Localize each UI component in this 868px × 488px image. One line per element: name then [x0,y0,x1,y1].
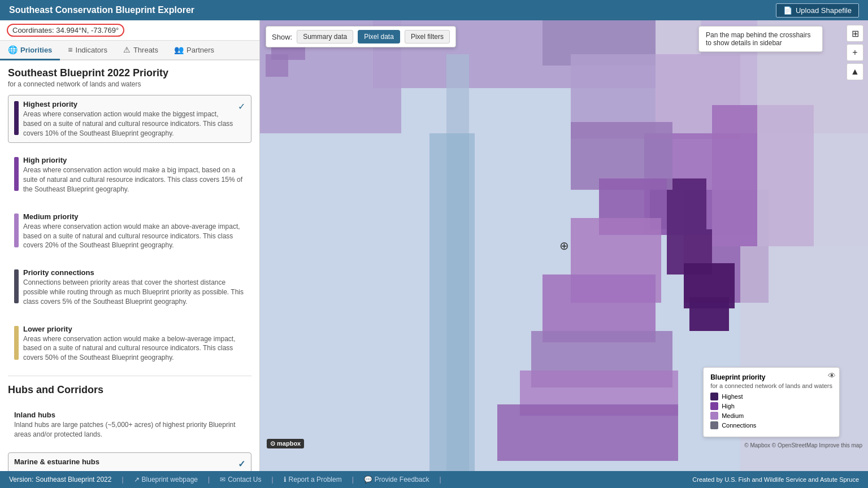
legend-subtitle: for a connected network of lands and wat… [710,382,832,389]
svg-rect-21 [497,404,678,461]
priorities-icon: 🌐 [8,45,18,54]
tab-priorities[interactable]: 🌐 Priorities [0,41,60,60]
check-icon: ✓ [238,100,245,112]
svg-rect-12 [689,297,729,331]
tab-threats[interactable]: ⚠ Threats [115,41,166,60]
legend-item: Medium [710,412,832,420]
legend-title: Blueprint priority [710,373,832,381]
report-problem-link[interactable]: ℹ Report a Problem [284,476,342,483]
priority-description: Areas where conservation action would ma… [23,222,245,250]
app-header: Southeast Conservation Blueprint Explore… [0,0,868,20]
contact-us-link[interactable]: ✉ Contact Us [220,476,261,483]
priority-description: Areas where conservation action would ma… [23,165,245,194]
footer: Version: Southeast Blueprint 2022 | ↗ Bl… [0,471,868,488]
legend-color-swatch [710,412,718,420]
section-divider [8,376,251,376]
priority-name: Highest priority [23,100,233,108]
priority-color-indicator [14,101,19,135]
upload-shapefile-button[interactable]: 📄 Upload Shapefile [776,3,859,18]
map-container[interactable]: ⊕ Show: Summary data Pixel data Pixel fi… [260,20,868,471]
priority-color-indicator [14,326,19,360]
mapbox-logo: ⊙ mapbox [267,439,304,448]
threats-icon: ⚠ [123,45,131,54]
blueprint-webpage-link[interactable]: ↗ Blueprint webpage [134,476,198,483]
priority-color-indicator [14,269,19,303]
upload-icon: 📄 [783,6,792,15]
footer-right: Created by U.S. Fish and Wildlife Servic… [692,476,859,483]
tab-bar: 🌐 Priorities ≡ Indicators ⚠ Threats 👥 Pa… [0,41,259,60]
provide-feedback-link[interactable]: 💬 Provide Feedback [364,476,429,483]
app-title: Southeast Conservation Blueprint Explore… [9,5,194,15]
show-bar: Show: Summary data Pixel data Pixel filt… [266,26,456,47]
map-controls: ⊞ + ▲ [847,25,863,80]
credit-label: Created by U.S. Fish and Wildlife Servic… [692,476,859,483]
legend-label: Highest [722,393,743,400]
priority-item: Highest priorityAreas where conservation… [8,95,251,143]
priority-color-indicator [14,213,19,247]
priority-description: Connections between priority areas that … [23,278,245,306]
check-icon: ✓ [238,457,245,469]
tab-partners[interactable]: 👥 Partners [166,41,222,60]
priorities-subtitle: for a connected network of lands and wat… [8,80,251,88]
partners-icon: 👥 [174,45,184,54]
mapbox-credit: © Mapbox © OpenStreetMap Improve this ma… [744,442,862,448]
hub-description: Inland hubs are large patches (~5,000+ a… [14,420,245,439]
zoom-in-button[interactable]: + [847,44,863,61]
pixel-filters-button[interactable]: Pixel filters [405,30,450,43]
pixel-data-button[interactable]: Pixel data [358,30,400,43]
legend-color-swatch [710,393,718,400]
priorities-section: Southeast Blueprint 2022 Priority for a … [8,67,251,368]
legend-item: Highest [710,393,832,400]
svg-rect-23 [740,246,868,471]
legend-toggle-button[interactable]: 👁 [828,371,836,380]
hub-description: Marine and estuarine hubs are large estu… [14,470,245,471]
map-legend: 👁 Blueprint priority for a connected net… [703,367,840,437]
legend-color-swatch [710,402,718,410]
svg-rect-14 [429,133,475,471]
hubs-title: Hubs and Corridors [8,384,251,396]
priority-item: Lower priorityAreas where conservation a… [8,320,251,368]
legend-color-swatch [710,421,718,429]
summary-data-button[interactable]: Summary data [297,30,353,43]
priorities-title: Southeast Blueprint 2022 Priority [8,67,251,79]
priority-name: High priority [23,156,245,164]
priority-item: High priorityAreas where conservation ac… [8,151,251,199]
legend-label: High [722,403,735,409]
legend-item: Connections [710,421,832,429]
priority-name: Lower priority [23,325,245,333]
info-icon: ℹ [284,476,287,483]
priority-name: Priority connections [23,268,245,277]
version-label: Version: Southeast Blueprint 2022 [9,476,111,483]
sidebar-content: Southeast Blueprint 2022 Priority for a … [0,60,259,471]
coordinates-display: Coordinates: 34.994°N, -73.769° [7,24,124,37]
mail-icon: ✉ [220,476,225,483]
show-label: Show: [272,33,292,41]
main-layout: Coordinates: 34.994°N, -73.769° 🌐 Priori… [0,20,868,471]
legend-label: Medium [722,412,744,419]
feedback-icon: 💬 [364,476,372,483]
footer-left: Version: Southeast Blueprint 2022 | ↗ Bl… [9,476,445,483]
priority-item: Medium priorityAreas where conservation … [8,207,251,255]
coordinates-bar: Coordinates: 34.994°N, -73.769° [0,20,259,41]
priority-item: Priority connectionsConnections between … [8,263,251,311]
hub-items-list: Inland hubsInland hubs are large patches… [8,406,251,471]
hubs-section: Hubs and Corridors Inland hubsInland hub… [8,384,251,471]
layers-button[interactable]: ⊞ [847,25,863,42]
priority-description: Areas where conservation action would ma… [23,334,245,363]
sidebar: Coordinates: 34.994°N, -73.769° 🌐 Priori… [0,20,260,471]
legend-label: Connections [722,422,756,429]
svg-rect-24 [656,20,701,54]
hub-name: Marine & estuarine hubs✓ [14,457,245,469]
priority-description: Areas where conservation action would ma… [23,110,233,138]
legend-items: HighestHighMediumConnections [710,393,832,429]
priority-color-indicator [14,157,19,191]
tab-indicators[interactable]: ≡ Indicators [60,41,115,60]
hub-item: Inland hubsInland hubs are large patches… [8,406,251,445]
priority-name: Medium priority [23,212,245,221]
zoom-out-button[interactable]: ▲ [847,63,863,80]
svg-rect-26 [266,54,288,77]
external-link-icon: ↗ [134,476,140,483]
indicators-icon: ≡ [68,45,72,54]
hub-item: Marine & estuarine hubs✓Marine and estua… [8,452,251,471]
hub-name: Inland hubs [14,411,245,419]
